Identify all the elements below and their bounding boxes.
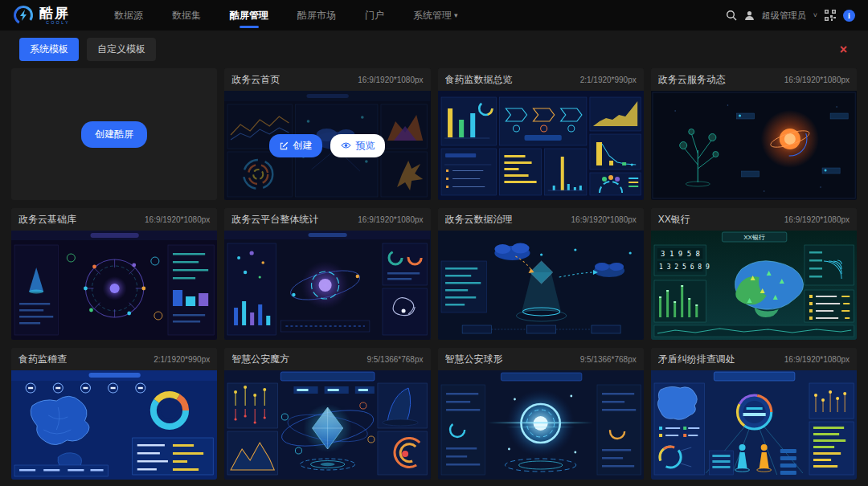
logo-text: 酷屏: [39, 6, 70, 20]
logo-subtext: COOLY: [46, 21, 70, 25]
nav-item-screen-market[interactable]: 酷屏市场: [297, 0, 336, 31]
thumbnail-food-overview-image: [438, 91, 644, 200]
template-card-header: 食药监稽查 2:1/1920*990px: [11, 348, 217, 370]
edit-icon: [280, 141, 289, 150]
nav-item-portal[interactable]: 门户: [365, 0, 384, 31]
nav-item-screen-management[interactable]: 酷屏管理: [230, 0, 268, 31]
username[interactable]: 超级管理员: [762, 10, 806, 22]
template-thumbnail[interactable]: XX银行 3 1 9 5 8 1 3 2 5 6 8 9: [651, 231, 857, 340]
template-title: 政务云服务动态: [658, 73, 726, 87]
thumbnail-police-cube-image: [224, 370, 430, 480]
template-card-header: 政务云首页 16:9/1920*1080px: [224, 68, 430, 91]
template-thumbnail[interactable]: [11, 370, 217, 480]
nav-item-system-management[interactable]: 系统管理▾: [413, 0, 458, 31]
template-card-header: 食药监数据总览 2:1/1920*990px: [438, 68, 644, 91]
template-thumbnail[interactable]: [438, 370, 644, 480]
main-menu: 数据源 数据集 酷屏管理 酷屏市场 门户 系统管理▾: [114, 0, 726, 31]
nav-item-label: 酷屏管理: [230, 9, 268, 22]
create-screen-card[interactable]: 创建酷屏: [11, 68, 217, 200]
template-card[interactable]: 政务云基础库 16:9/1920*1080px: [11, 208, 217, 340]
template-card-header: 矛盾纠纷排查调处 16:9/1920*1080px: [651, 348, 857, 370]
overlay-create-label: 创建: [293, 139, 312, 153]
template-card[interactable]: 食药监稽查 2:1/1920*990px: [11, 348, 217, 480]
template-card[interactable]: 政务云服务动态 16:9/1920*1080px: [651, 68, 857, 200]
template-thumbnail[interactable]: [224, 370, 430, 480]
template-size: 16:9/1920*1080px: [145, 215, 210, 224]
template-card-header: 政务云基础库 16:9/1920*1080px: [11, 208, 217, 231]
nav-item-label: 系统管理: [413, 9, 452, 22]
template-title: 食药监数据总览: [445, 73, 513, 87]
template-thumbnail[interactable]: [11, 231, 217, 340]
info-icon[interactable]: i: [843, 10, 855, 22]
template-thumbnail[interactable]: [651, 91, 857, 200]
template-card-header: 政务云平台整体统计 16:9/1920*1080px: [224, 208, 430, 231]
template-card-header: 政务云服务动态 16:9/1920*1080px: [651, 68, 857, 91]
template-grid: 创建酷屏 政务云首页 16:9/1920*1080px 创建 预览 食药监数据总…: [0, 68, 868, 480]
nav-item-datasource[interactable]: 数据源: [114, 0, 143, 31]
template-card[interactable]: 智慧公安球形 9:5/1366*768px: [438, 348, 644, 480]
template-card[interactable]: 政务云首页 16:9/1920*1080px 创建 预览: [224, 68, 430, 200]
template-size: 16:9/1920*1080px: [784, 215, 850, 224]
close-icon[interactable]: ×: [840, 43, 847, 56]
svg-text:XX银行: XX银行: [743, 234, 765, 241]
template-card[interactable]: 食药监数据总览 2:1/1920*990px: [438, 68, 644, 200]
template-card[interactable]: 矛盾纠纷排查调处 16:9/1920*1080px: [651, 348, 857, 480]
chevron-down-icon[interactable]: ˅: [813, 11, 817, 19]
thumbnail-gov-base-image: [11, 231, 217, 340]
template-title: XX银行: [658, 213, 690, 227]
template-size: 2:1/1920*990px: [580, 76, 637, 84]
template-title: 政务云数据治理: [445, 213, 513, 227]
template-tabbar: 系统模板 自定义模板 ×: [0, 31, 868, 68]
hover-overlay: 创建 预览: [224, 91, 430, 200]
template-card-header: 政务云数据治理 16:9/1920*1080px: [438, 208, 644, 231]
template-thumbnail[interactable]: [651, 370, 857, 480]
template-thumbnail[interactable]: 创建 预览: [224, 91, 430, 200]
thumbnail-police-sphere-image: [438, 370, 644, 480]
template-size: 2:1/1920*990px: [154, 355, 210, 364]
search-icon[interactable]: [726, 10, 737, 21]
tab-system-templates[interactable]: 系统模板: [19, 38, 79, 61]
template-thumbnail[interactable]: [438, 91, 644, 200]
create-from-template-button[interactable]: 创建: [269, 134, 322, 157]
qr-code-icon[interactable]: [825, 10, 836, 21]
preview-template-button[interactable]: 预览: [330, 134, 385, 157]
template-card-header: 智慧公安魔方 9:5/1366*768px: [224, 348, 430, 370]
svg-text:3 1 9 5 8: 3 1 9 5 8: [661, 250, 700, 258]
eye-icon: [341, 141, 351, 149]
nav-item-label: 酷屏市场: [297, 9, 336, 22]
app-logo[interactable]: 酷屏 COOLY: [13, 5, 90, 26]
overlay-preview-label: 预览: [355, 139, 375, 153]
template-size: 16:9/1920*1080px: [784, 76, 850, 84]
template-title: 矛盾纠纷排查调处: [658, 353, 735, 366]
svg-text:1 3 2 5 6 8 9: 1 3 2 5 6 8 9: [659, 263, 710, 271]
template-size: 16:9/1920*1080px: [571, 215, 637, 224]
template-thumbnail[interactable]: [438, 231, 644, 340]
nav-item-label: 数据源: [114, 9, 143, 22]
template-title: 智慧公安魔方: [231, 353, 289, 366]
template-card[interactable]: 智慧公安魔方 9:5/1366*768px: [224, 348, 430, 480]
top-navbar: 酷屏 COOLY 数据源 数据集 酷屏管理 酷屏市场 门户 系统管理▾ 超级管理…: [0, 0, 868, 31]
template-card-header: 智慧公安球形 9:5/1366*768px: [438, 348, 644, 370]
template-size: 16:9/1920*1080px: [784, 355, 850, 364]
user-icon[interactable]: [744, 10, 755, 21]
template-card[interactable]: 政务云平台整体统计 16:9/1920*1080px: [224, 208, 430, 340]
thumbnail-dispute-image: [651, 370, 857, 480]
template-title: 政务云平台整体统计: [231, 213, 318, 227]
template-size: 9:5/1366*768px: [366, 355, 423, 364]
chevron-down-icon: ▾: [454, 11, 458, 19]
create-screen-button[interactable]: 创建酷屏: [81, 121, 147, 148]
nav-item-label: 数据集: [172, 9, 201, 22]
nav-item-dataset[interactable]: 数据集: [172, 0, 201, 31]
nav-item-label: 门户: [365, 9, 384, 22]
thumbnail-bank-image: XX银行 3 1 9 5 8 1 3 2 5 6 8 9: [651, 231, 857, 340]
template-title: 政务云基础库: [18, 213, 76, 227]
template-card[interactable]: XX银行 16:9/1920*1080px XX银行 3 1 9 5 8 1 3…: [651, 208, 857, 340]
thumbnail-food-inspect-image: [11, 370, 217, 480]
tab-custom-templates[interactable]: 自定义模板: [87, 38, 156, 61]
template-size: 9:5/1366*768px: [580, 355, 637, 364]
template-card[interactable]: 政务云数据治理 16:9/1920*1080px: [438, 208, 644, 340]
template-title: 食药监稽查: [18, 353, 67, 366]
template-card-header: XX银行 16:9/1920*1080px: [651, 208, 857, 231]
thumbnail-gov-data-image: [438, 231, 644, 340]
template-thumbnail[interactable]: [224, 231, 430, 340]
